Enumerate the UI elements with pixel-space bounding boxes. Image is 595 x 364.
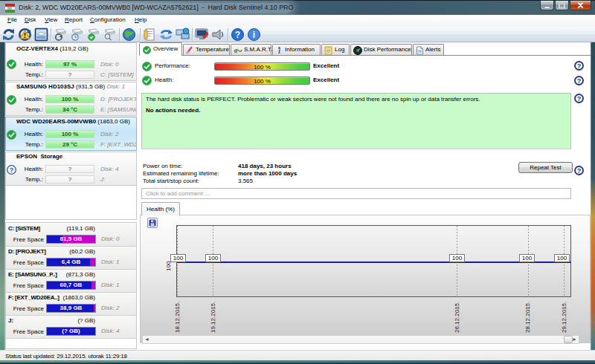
svg-text:?: ? (235, 30, 240, 40)
svg-text:i: i (253, 30, 255, 40)
